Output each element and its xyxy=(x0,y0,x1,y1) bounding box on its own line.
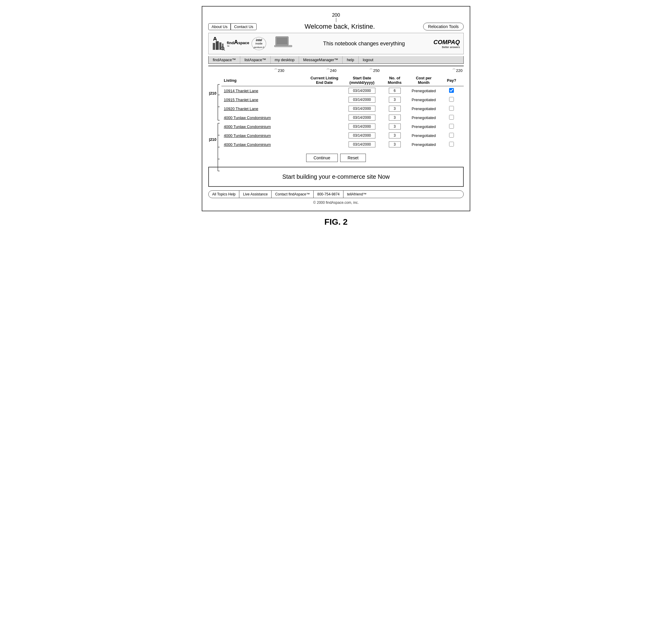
pentium-text: pentium·II xyxy=(254,46,264,49)
tab-findaspace[interactable]: findAspace™ xyxy=(209,56,240,64)
listing-link[interactable]: 4000 Tunlaw Condominium xyxy=(224,142,271,147)
top-nav-left: About Us Contact Us xyxy=(208,23,257,30)
pay-checkbox[interactable] xyxy=(449,133,454,138)
svg-text:A: A xyxy=(213,37,217,42)
col-header-months: No. of Months xyxy=(381,75,408,86)
start-date-cell xyxy=(342,104,381,113)
col-header-pay: Pay? xyxy=(439,75,464,86)
table-row: 4000 Tunlaw CondominiumPrenegotiated xyxy=(221,122,464,131)
pay-checkbox[interactable] xyxy=(449,106,454,111)
compaq-logo: COMPAQ Better answers xyxy=(433,39,460,49)
footer-all-topics[interactable]: All Topics Help xyxy=(209,191,239,198)
start-date-input[interactable] xyxy=(349,115,376,121)
bracket-labels: |210 |210 xyxy=(208,75,221,149)
end-date-cell xyxy=(306,131,342,140)
listing-link[interactable]: 10914 Thanlet Lane xyxy=(224,89,258,93)
figure-label: FIG. 2 xyxy=(325,217,347,227)
start-date-cell xyxy=(342,131,381,140)
table-row: 10915 Thanlet LanePrenegotiated xyxy=(221,95,464,104)
pay-checkbox[interactable] xyxy=(449,88,454,93)
table-row: 4000 Tunlaw CondominiumPrenegotiated xyxy=(221,131,464,140)
cost-cell: Prenegotiated xyxy=(408,122,439,131)
footer-contact[interactable]: Contact findAspace™ xyxy=(271,191,314,198)
months-input[interactable] xyxy=(389,123,401,129)
start-date-input[interactable] xyxy=(349,97,376,103)
svg-rect-9 xyxy=(274,45,292,47)
ref-250: ⌒250 xyxy=(369,68,380,73)
start-date-input[interactable] xyxy=(349,141,376,147)
footer-phone[interactable]: 800-754-9874 xyxy=(314,191,343,198)
tab-listaspace[interactable]: listAspace™ xyxy=(240,56,270,64)
tab-messagemanager[interactable]: MessageManager™ xyxy=(299,56,342,64)
col-header-listing: Listing xyxy=(221,75,306,86)
table-row: 4000 Tunlaw CondominiumPrenegotiated xyxy=(221,140,464,149)
months-input[interactable] xyxy=(389,115,401,121)
bottom-ad-banner: Start building your e-commerce site Now xyxy=(208,167,464,187)
months-input[interactable] xyxy=(389,88,401,94)
ref-220: ⌒220 xyxy=(452,68,462,73)
pay-cell xyxy=(439,95,464,104)
pay-cell xyxy=(439,113,464,122)
intel-badge: intel inside pentium·II xyxy=(251,37,266,50)
about-us-button[interactable]: About Us xyxy=(208,23,231,30)
start-date-input[interactable] xyxy=(349,123,376,129)
start-date-input[interactable] xyxy=(349,105,376,112)
cost-cell: Prenegotiated xyxy=(408,86,439,95)
months-input[interactable] xyxy=(389,105,401,112)
start-date-cell xyxy=(342,113,381,122)
listing-link[interactable]: 10915 Thanlet Lane xyxy=(224,98,258,102)
start-date-input[interactable] xyxy=(349,88,376,94)
pay-checkbox[interactable] xyxy=(449,142,454,146)
end-date-cell xyxy=(306,86,342,95)
start-date-cell xyxy=(342,140,381,149)
months-cell xyxy=(381,113,408,122)
months-cell xyxy=(381,86,408,95)
pay-cell xyxy=(439,122,464,131)
listing-link[interactable]: 10920 Thanlet Lane xyxy=(224,106,258,111)
listing-link[interactable]: 4000 Tunlaw Condominium xyxy=(224,116,271,120)
svg-rect-8 xyxy=(276,37,288,45)
relocation-tools-button[interactable]: Relocation Tools xyxy=(423,23,464,30)
nav-tabs: findAspace™ listAspace™ my desktop Messa… xyxy=(208,56,464,64)
col-header-startdate: Start Date (mm/dd/yyyy) xyxy=(342,75,381,86)
logo-area: A findAspace ™ intel inside pentium·II xyxy=(212,37,272,50)
pay-checkbox[interactable] xyxy=(449,97,454,102)
welcome-message: Welcome back, Kristine. xyxy=(257,23,423,30)
footer-live-assistance[interactable]: Live Assistance xyxy=(239,191,271,198)
months-cell xyxy=(381,140,408,149)
months-input[interactable] xyxy=(389,97,401,103)
intel-text: intel xyxy=(254,39,264,42)
findaspace-logo: A findAspace ™ xyxy=(212,37,249,50)
pay-checkbox[interactable] xyxy=(449,124,454,128)
months-cell xyxy=(381,131,408,140)
bracket-A-svg xyxy=(208,83,220,122)
months-input[interactable] xyxy=(389,133,401,139)
tab-mydesktop[interactable]: my desktop xyxy=(271,56,299,64)
action-buttons: Continue Reset xyxy=(208,154,464,162)
listing-section: |210 |210 xyxy=(208,75,464,149)
pay-checkbox[interactable] xyxy=(449,115,454,120)
contact-us-button[interactable]: Contact Us xyxy=(231,23,256,30)
svg-rect-1 xyxy=(216,41,219,50)
cost-cell: Prenegotiated xyxy=(408,95,439,104)
inside-text: inside xyxy=(254,42,264,45)
months-input[interactable] xyxy=(389,141,401,147)
listing-link[interactable]: 4000 Tunlaw Condominium xyxy=(224,134,271,138)
ref-200: 200 xyxy=(208,13,464,22)
end-date-cell xyxy=(306,122,342,131)
end-date-cell xyxy=(306,95,342,104)
tab-help[interactable]: help xyxy=(342,56,359,64)
end-date-cell xyxy=(306,140,342,149)
reset-button[interactable]: Reset xyxy=(340,154,366,162)
listing-link[interactable]: 4000 Tunlaw Condominium xyxy=(224,124,271,129)
tab-logout[interactable]: logout xyxy=(359,56,378,64)
months-cell xyxy=(381,104,408,113)
continue-button[interactable]: Continue xyxy=(306,154,338,162)
start-date-input[interactable] xyxy=(349,133,376,139)
listings-table: Listing Current Listing End Date Start D… xyxy=(221,75,464,149)
cost-cell: Prenegotiated xyxy=(408,140,439,149)
ad-banner: A findAspace ™ intel inside pentium·II xyxy=(208,33,464,54)
start-date-cell xyxy=(342,122,381,131)
table-row: 10914 Thanlet LanePrenegotiated xyxy=(221,86,464,95)
footer-tell-a-friend[interactable]: tellAfriend™ xyxy=(343,191,370,198)
